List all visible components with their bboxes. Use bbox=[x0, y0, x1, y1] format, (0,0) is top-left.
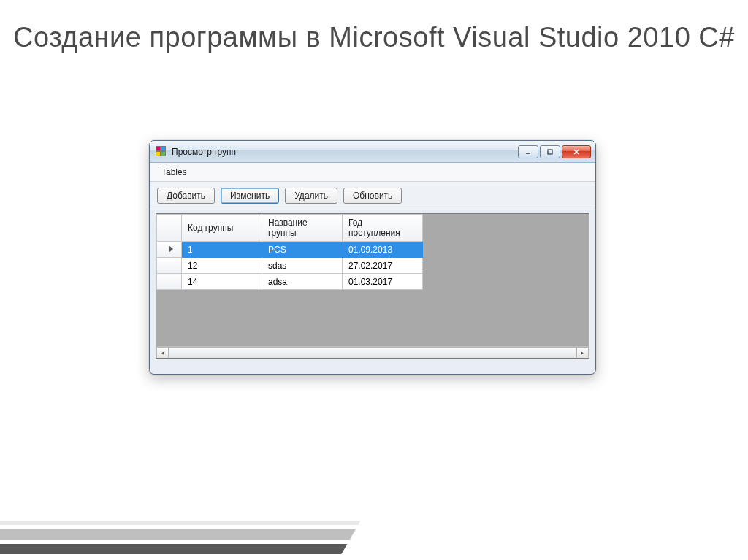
close-button[interactable] bbox=[562, 145, 591, 158]
svg-rect-1 bbox=[548, 150, 552, 154]
slide-decor bbox=[0, 516, 363, 560]
cell-code[interactable]: 1 bbox=[182, 242, 262, 258]
row-header[interactable] bbox=[157, 274, 182, 290]
app-window: Просмотр групп Tables Добавить Изменить … bbox=[149, 140, 596, 375]
table-row[interactable]: 12sdas27.02.2017 bbox=[157, 258, 423, 274]
cell-name[interactable]: PCS bbox=[262, 242, 343, 258]
col-header-year[interactable]: Год поступления bbox=[343, 215, 423, 242]
cell-name[interactable]: sdas bbox=[262, 258, 343, 274]
scroll-right-button[interactable]: ► bbox=[576, 347, 589, 358]
slide-title: Создание программы в Microsoft Visual St… bbox=[0, 0, 748, 55]
cell-code[interactable]: 12 bbox=[182, 258, 262, 274]
current-row-indicator-icon bbox=[169, 245, 173, 253]
cell-name[interactable]: adsa bbox=[262, 274, 343, 290]
cell-year[interactable]: 27.02.2017 bbox=[343, 258, 423, 274]
scroll-thumb[interactable] bbox=[169, 347, 576, 358]
cell-year[interactable]: 01.03.2017 bbox=[343, 274, 423, 290]
cell-code[interactable]: 14 bbox=[182, 274, 262, 290]
table-row[interactable]: 14adsa01.03.2017 bbox=[157, 274, 423, 290]
edit-button[interactable]: Изменить bbox=[221, 188, 279, 204]
toolbar: Добавить Изменить Удалить Обновить bbox=[150, 182, 595, 210]
maximize-button[interactable] bbox=[540, 145, 560, 158]
app-icon bbox=[156, 146, 167, 158]
add-button[interactable]: Добавить bbox=[157, 188, 215, 204]
slide: Создание программы в Microsoft Visual St… bbox=[0, 0, 748, 560]
col-header-code[interactable]: Код группы bbox=[182, 215, 262, 242]
titlebar[interactable]: Просмотр групп bbox=[150, 141, 595, 163]
menubar: Tables bbox=[150, 163, 595, 182]
minimize-button[interactable] bbox=[518, 145, 538, 158]
cell-year[interactable]: 01.09.2013 bbox=[343, 242, 423, 258]
table-row[interactable]: 1PCS01.09.2013 bbox=[157, 242, 423, 258]
horizontal-scrollbar[interactable]: ◄ ► bbox=[156, 346, 589, 358]
refresh-button[interactable]: Обновить bbox=[343, 188, 402, 204]
menu-tables[interactable]: Tables bbox=[157, 166, 191, 179]
scroll-left-button[interactable]: ◄ bbox=[156, 347, 169, 358]
row-header[interactable] bbox=[157, 258, 182, 274]
datagrid-container: Код группы Название группы Год поступлен… bbox=[156, 213, 589, 359]
scroll-track[interactable] bbox=[169, 347, 576, 358]
delete-button[interactable]: Удалить bbox=[285, 188, 337, 204]
header-row: Код группы Название группы Год поступлен… bbox=[157, 215, 423, 242]
datagrid[interactable]: Код группы Название группы Год поступлен… bbox=[156, 214, 423, 290]
window-title: Просмотр групп bbox=[172, 147, 236, 157]
window-buttons bbox=[518, 145, 591, 158]
row-header-corner bbox=[157, 215, 182, 242]
row-header[interactable] bbox=[157, 242, 182, 258]
col-header-name[interactable]: Название группы bbox=[262, 215, 343, 242]
